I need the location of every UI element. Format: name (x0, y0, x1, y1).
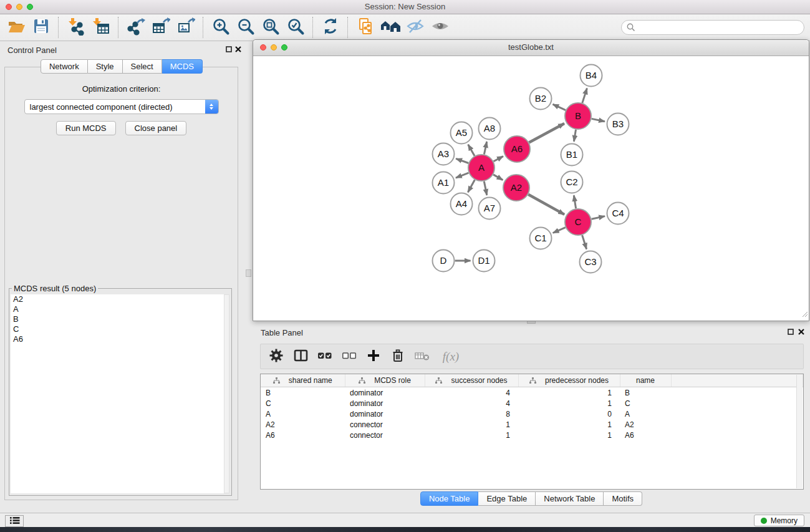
delete-columns-button[interactable] (388, 347, 407, 366)
tab-motifs[interactable]: Motifs (604, 491, 642, 506)
delete-table-button[interactable] (413, 347, 432, 366)
graph-node-C2[interactable]: C2 (561, 172, 583, 193)
export-network-button[interactable] (123, 17, 148, 38)
table-cell[interactable]: dominator (345, 387, 425, 399)
show-all-button[interactable] (428, 17, 453, 38)
zoom-selected-button[interactable] (283, 17, 308, 38)
graph-node-A2[interactable]: A2 (503, 175, 529, 201)
mcds-result-scrollbar[interactable] (224, 294, 229, 493)
table-cell[interactable]: 1 (425, 430, 518, 440)
graph-edge-A-A6[interactable] (494, 157, 503, 162)
table-row[interactable]: Adominator80A (261, 409, 803, 419)
mcds-result-item[interactable]: A (11, 304, 224, 314)
tab-network[interactable]: Network (41, 59, 88, 74)
table-cell[interactable]: A2 (261, 419, 345, 430)
unselect-all-columns-button[interactable] (340, 347, 359, 366)
graph-edge-A-A4[interactable] (468, 180, 475, 192)
table-cell[interactable]: 1 (518, 387, 620, 399)
graph-node-C4[interactable]: C4 (607, 203, 629, 225)
export-image-button[interactable] (173, 17, 198, 38)
graph-node-D1[interactable]: D1 (473, 250, 495, 272)
create-column-button[interactable] (364, 347, 383, 366)
table-row[interactable]: A6connector11A6 (261, 430, 803, 440)
import-table-button[interactable] (89, 17, 113, 38)
table-cell[interactable]: connector (345, 430, 425, 440)
close-panel-button[interactable]: Close panel (125, 121, 187, 135)
home-button[interactable] (378, 17, 403, 38)
network-window-titlebar[interactable]: testGlobe.txt (253, 40, 809, 56)
mcds-result-item[interactable]: A2 (11, 294, 224, 304)
graph-node-B1[interactable]: B1 (561, 144, 583, 166)
table-cell[interactable]: 1 (518, 398, 620, 409)
graph-node-A4[interactable]: A4 (451, 193, 473, 215)
search-input[interactable] (621, 20, 804, 35)
graph-node-D[interactable]: D (433, 250, 455, 272)
run-mcds-button[interactable]: Run MCDS (56, 121, 116, 135)
graph-node-A8[interactable]: A8 (479, 118, 501, 140)
graph-node-B3[interactable]: B3 (607, 114, 629, 135)
table-cell[interactable]: 4 (425, 398, 518, 409)
table-cell[interactable]: A (620, 409, 671, 419)
graph-edge-C-C2[interactable] (574, 195, 576, 208)
table-row[interactable]: A2connector11A2 (261, 419, 803, 430)
column-header[interactable]: successor nodes (425, 374, 518, 387)
open-session-button[interactable] (4, 17, 29, 38)
table-cell[interactable]: connector (345, 419, 425, 430)
table-cell[interactable]: 0 (518, 409, 620, 419)
graph-node-C1[interactable]: C1 (530, 228, 552, 249)
task-history-button[interactable] (5, 515, 24, 527)
window-resize-grip[interactable] (801, 309, 808, 320)
network-canvas[interactable]: B4B2BB3A5A8A6A3B1AC2A1A2A4A7CC1C4C3DD1 (253, 56, 809, 321)
column-header[interactable]: shared name (261, 374, 345, 387)
column-header[interactable]: name (620, 374, 671, 387)
graph-node-A1[interactable]: A1 (433, 172, 455, 194)
float-table-panel-icon[interactable] (788, 329, 794, 335)
table-cell[interactable]: C (261, 398, 345, 409)
graph-node-A5[interactable]: A5 (451, 122, 473, 144)
graph-edge-A-A7[interactable] (484, 181, 487, 195)
column-header[interactable]: MCDS role (345, 374, 425, 387)
graph-edge-A2-C[interactable] (528, 195, 564, 215)
optimization-criterion-dropdown[interactable]: largest connected component (directed) (24, 99, 219, 114)
graph-edge-A-A1[interactable] (456, 173, 469, 178)
graph-edge-C-C4[interactable] (592, 216, 605, 220)
import-network-button[interactable] (64, 17, 89, 38)
new-network-from-selection-button[interactable] (353, 17, 378, 38)
table-cell[interactable]: A2 (620, 419, 671, 430)
zoom-in-button[interactable] (208, 17, 233, 38)
tab-select[interactable]: Select (123, 59, 162, 74)
graph-edge-C-C3[interactable] (582, 235, 587, 249)
table-cell[interactable]: A (261, 409, 345, 419)
float-panel-icon[interactable] (226, 46, 232, 52)
graph-edge-A-A8[interactable] (484, 142, 486, 154)
graph-edge-A-A3[interactable] (456, 158, 468, 163)
graph-node-C[interactable]: C (565, 209, 591, 235)
graph-edge-B-B2[interactable] (553, 104, 566, 110)
table-cell[interactable]: 4 (425, 387, 518, 399)
tab-network-table[interactable]: Network Table (536, 491, 604, 506)
graph-node-A3[interactable]: A3 (433, 143, 455, 165)
table-cell[interactable]: 1 (518, 430, 620, 440)
tab-node-table[interactable]: Node Table (420, 491, 479, 506)
graph-edge-C-C1[interactable] (553, 228, 566, 233)
table-cell[interactable]: C (620, 398, 671, 409)
save-session-button[interactable] (29, 17, 54, 38)
tab-mcds[interactable]: MCDS (162, 59, 203, 74)
graph-edge-A-A5[interactable] (468, 145, 475, 156)
graph-node-A6[interactable]: A6 (504, 136, 530, 162)
mcds-result-item[interactable]: A6 (11, 334, 224, 344)
table-cell[interactable]: B (620, 387, 671, 399)
table-cell[interactable]: A6 (261, 430, 345, 440)
graph-edge-B-B3[interactable] (592, 118, 605, 121)
zoom-out-button[interactable] (233, 17, 258, 38)
mcds-result-item[interactable]: B (11, 314, 224, 324)
export-table-button[interactable] (148, 17, 173, 38)
show-columns-button[interactable] (291, 347, 310, 366)
graph-node-B[interactable]: B (565, 103, 591, 129)
graph-edge-B-B4[interactable] (582, 89, 587, 104)
table-cell[interactable]: dominator (345, 409, 425, 419)
graph-node-B2[interactable]: B2 (530, 88, 552, 110)
memory-button[interactable]: Memory (754, 515, 804, 526)
table-cell[interactable]: B (261, 387, 345, 399)
graph-node-C3[interactable]: C3 (580, 251, 602, 273)
